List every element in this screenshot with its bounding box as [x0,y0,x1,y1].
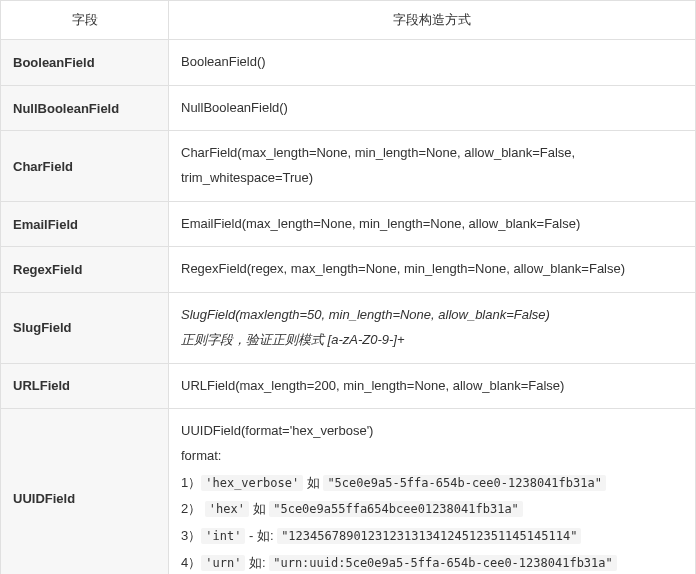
slug-signature: SlugField(maxlength=50, min_length=None,… [181,303,683,328]
format-key: 'urn' [201,555,245,571]
format-key: 'int' [201,528,245,544]
construct-cell: URLField(max_length=200, min_length=None… [169,363,696,409]
header-construct: 字段构造方式 [169,1,696,40]
item-number: 3） [181,528,201,543]
uuid-format-item: 4）'urn' 如: "urn:uuid:5ce0e9a5-5ffa-654b-… [181,551,683,574]
format-value: "5ce0e9a5-5ffa-654b-cee0-1238041fb31a" [323,475,606,491]
table-row: CharFieldCharField(max_length=None, min_… [1,131,696,201]
construct-cell: SlugField(maxlength=50, min_length=None,… [169,293,696,363]
field-name-cell: BooleanField [1,40,169,86]
construct-cell: NullBooleanField() [169,85,696,131]
item-mid: 如: [245,555,269,570]
format-value: "5ce0e9a55ffa654bcee01238041fb31a" [269,501,523,517]
slug-desc: 正则字段，验证正则模式 [a-zA-Z0-9-]+ [181,328,683,353]
format-key: 'hex' [205,501,249,517]
construct-cell: RegexField(regex, max_length=None, min_l… [169,247,696,293]
uuid-format-label: format: [181,444,683,469]
item-number: 2） [181,501,205,516]
construct-cell: CharField(max_length=None, min_length=No… [169,131,696,201]
item-mid: - 如: [245,528,277,543]
header-field: 字段 [1,1,169,40]
uuid-format-item: 3）'int' - 如: "12345678901231231313412451… [181,524,683,549]
item-mid: 如 [303,475,323,490]
uuid-format-item: 1）'hex_verbose' 如 "5ce0e9a5-5ffa-654b-ce… [181,471,683,496]
field-name-cell: RegexField [1,247,169,293]
construct-cell: UUIDField(format='hex_verbose')format:1）… [169,409,696,574]
field-name-cell: SlugField [1,293,169,363]
item-mid: 如 [249,501,269,516]
field-name-cell: EmailField [1,201,169,247]
table-row: EmailFieldEmailField(max_length=None, mi… [1,201,696,247]
table-row: BooleanFieldBooleanField() [1,40,696,86]
table-row: NullBooleanFieldNullBooleanField() [1,85,696,131]
table-row: UUIDFieldUUIDField(format='hex_verbose')… [1,409,696,574]
field-name-cell: CharField [1,131,169,201]
field-name-cell: NullBooleanField [1,85,169,131]
format-key: 'hex_verbose' [201,475,303,491]
table-header-row: 字段 字段构造方式 [1,1,696,40]
construct-cell: EmailField(max_length=None, min_length=N… [169,201,696,247]
table-row: URLFieldURLField(max_length=200, min_len… [1,363,696,409]
item-number: 1） [181,475,201,490]
field-name-cell: URLField [1,363,169,409]
fields-table: 字段 字段构造方式 BooleanFieldBooleanField()Null… [0,0,696,574]
field-name-cell: UUIDField [1,409,169,574]
table-row: SlugFieldSlugField(maxlength=50, min_len… [1,293,696,363]
uuid-format-item: 2） 'hex' 如 "5ce0e9a55ffa654bcee01238041f… [181,497,683,522]
item-number: 4） [181,555,201,570]
construct-cell: BooleanField() [169,40,696,86]
format-value: "urn:uuid:5ce0e9a5-5ffa-654b-cee0-123804… [269,555,617,571]
format-value: "123456789012312313134124512351145145114… [277,528,581,544]
table-row: RegexFieldRegexField(regex, max_length=N… [1,247,696,293]
uuid-signature: UUIDField(format='hex_verbose') [181,419,683,444]
